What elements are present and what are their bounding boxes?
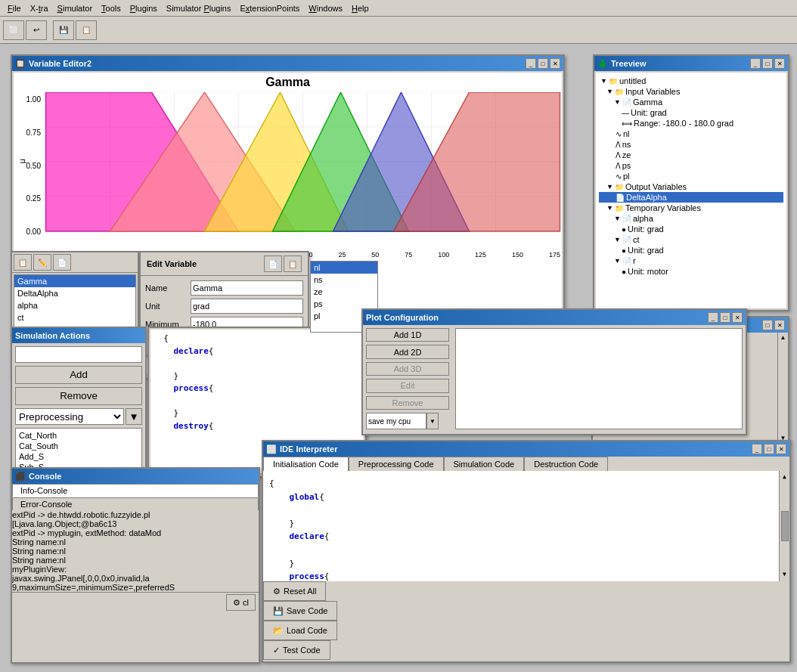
remove-plot-button[interactable]: Remove [366, 396, 449, 410]
save-cpu-dropdown[interactable]: ▼ [426, 413, 439, 429]
sim-list-cat-south[interactable]: Cat_South [17, 441, 140, 451]
ide-maximize[interactable]: □ [764, 444, 774, 454]
variable-editor-maximize[interactable]: □ [538, 58, 548, 69]
plot-config-maximize[interactable]: □ [720, 312, 730, 323]
menu-file[interactable]: File [3, 2, 26, 14]
expand-output-vars: ▼ [606, 183, 613, 190]
sim-add-button[interactable]: Add [15, 366, 142, 384]
ide-close[interactable]: ✕ [776, 444, 786, 454]
tab-destruction-code[interactable]: Destruction Code [524, 457, 608, 471]
toolbar-btn-2[interactable]: ↩ [26, 20, 47, 40]
ide-minimize[interactable]: _ [752, 444, 762, 454]
sim-remove-button[interactable]: Remove [15, 387, 142, 405]
tree-deltaalpha[interactable]: 📄 DeltaAlpha [599, 192, 783, 203]
ide-code-area[interactable]: { global{ } declare{ } process{ @alpha= … [263, 471, 789, 581]
ide-save-code-btn[interactable]: 💾 Save Code [263, 601, 337, 621]
tree-pl[interactable]: ∿ pl [599, 171, 783, 181]
var-list-item-alpha[interactable]: alpha [14, 299, 135, 311]
tree-alpha[interactable]: ▼ 📄 alpha [599, 213, 783, 224]
tree-nl[interactable]: ∿ nl [599, 129, 783, 139]
tree-gamma[interactable]: ▼ 📄 Gamma [599, 97, 783, 107]
toolbar-btn-1[interactable]: ⬜ [3, 20, 24, 40]
add-1d-button[interactable]: Add 1D [366, 328, 449, 342]
edit-plot-button[interactable]: Edit [366, 379, 449, 392]
unit-input[interactable] [191, 299, 303, 314]
tab-preprocessing-code[interactable]: Preprocessing Code [349, 457, 444, 471]
tree-ps[interactable]: Λ ps [599, 160, 783, 171]
sim-list-add-s1[interactable]: Add_S [17, 451, 140, 462]
tree-input-variables[interactable]: ▼ 📁 Input Variables [599, 86, 783, 97]
ide-code-line-blank2 [269, 543, 783, 557]
sim-dropdown-btn[interactable]: ▼ [126, 408, 142, 425]
save-cpu-input[interactable] [366, 413, 426, 429]
tab-error-console[interactable]: Error-Console [12, 497, 259, 510]
right-panel-maximize[interactable]: □ [762, 320, 773, 330]
menu-xtra[interactable]: X-tra [26, 2, 53, 14]
toolbar-btn-3[interactable]: 💾 [53, 20, 74, 40]
treeview-close[interactable]: ✕ [774, 58, 785, 69]
tab-info-console[interactable]: Info-Console [12, 484, 259, 497]
menu-plugins[interactable]: Plugins [126, 2, 162, 14]
tree-ze[interactable]: Λ ze [599, 150, 783, 160]
tree-gamma-unit[interactable]: — Unit: grad [599, 107, 783, 118]
menu-simulator[interactable]: Simulator [53, 2, 97, 14]
tree-output-variables[interactable]: ▼ 📁 Output Variables [599, 181, 783, 192]
menu-help[interactable]: Help [347, 2, 374, 14]
var-list-btn1[interactable]: 📋 [14, 254, 32, 271]
sim-list-cat-north[interactable]: Cat_North [17, 430, 140, 441]
tree-r-unit[interactable]: ● Unit: motor [599, 266, 783, 277]
var-list-item-deltaalpha[interactable]: DeltaAlpha [14, 287, 135, 299]
variable-editor-close[interactable]: ✕ [550, 58, 560, 69]
tree-r[interactable]: ▼ 📄 r [599, 255, 783, 266]
menu-tools[interactable]: Tools [97, 2, 126, 14]
membership-ns[interactable]: ns [311, 274, 377, 286]
console-clear-btn[interactable]: ⚙ cl [226, 594, 256, 611]
add-2d-button[interactable]: Add 2D [366, 345, 449, 358]
treeview-minimize[interactable]: _ [750, 58, 761, 69]
right-panel-close[interactable]: ✕ [774, 320, 785, 330]
ide-reset-all-btn[interactable]: ⚙ Reset All [263, 581, 326, 601]
ide-code-line-close-global: } [269, 517, 783, 531]
toolbar-btn-4[interactable]: 📋 [76, 20, 97, 40]
toolbar: ⬜ ↩ 💾 📋 [0, 17, 797, 44]
var-list-item-ct[interactable]: ct [14, 311, 135, 324]
menu-extension-points[interactable]: ExtensionPoints [235, 2, 304, 14]
tree-untitled[interactable]: ▼ 📁 untitled [599, 76, 783, 86]
sim-search-input[interactable] [15, 346, 142, 363]
tree-alpha-unit[interactable]: ● Unit: grad [599, 224, 783, 234]
tab-initialisation-code[interactable]: Initialisation Code [263, 457, 349, 471]
ide-code-line-declare: declare{ [269, 530, 783, 543]
variable-editor-minimize[interactable]: _ [526, 58, 536, 69]
tree-ns[interactable]: Λ ns [599, 139, 783, 150]
tree-gamma-range[interactable]: ⟺ Range: -180.0 - 180.0 grad [599, 118, 783, 129]
console-icon: ⬛ [15, 472, 26, 482]
tree-ct-unit[interactable]: ● Unit: grad [599, 245, 783, 255]
membership-ze[interactable]: ze [311, 286, 377, 298]
tree-ct[interactable]: ▼ 📄 ct [599, 234, 783, 245]
plot-config-minimize[interactable]: _ [708, 312, 718, 323]
var-list-btn3[interactable]: 📄 [53, 254, 71, 271]
add-3d-button[interactable]: Add 3D [366, 362, 449, 376]
edit-var-btn2[interactable]: 📋 [284, 255, 302, 272]
var-list-item-gamma[interactable]: Gamma [14, 275, 135, 287]
variable-editor-title: Variable Editor2 [29, 59, 91, 68]
var-list-btn2[interactable]: ✏️ [33, 254, 51, 271]
tab-simulation-code[interactable]: Simulation Code [444, 457, 525, 471]
ide-code-line-global: global{ [269, 491, 783, 504]
plot-config-close[interactable]: ✕ [732, 312, 743, 323]
membership-nl[interactable]: nl [311, 262, 377, 274]
ide-scrollbar[interactable]: ▲ ▼ [779, 471, 789, 581]
ide-load-code-btn[interactable]: 📂 Load Code [263, 621, 337, 640]
treeview-maximize[interactable]: □ [762, 58, 773, 69]
y-label-25: 0.25 [26, 194, 41, 203]
ide-test-code-btn[interactable]: ✓ Test Code [263, 640, 330, 660]
menu-windows[interactable]: Windows [304, 2, 347, 14]
expand-r: ▼ [614, 257, 621, 265]
sim-dropdown[interactable]: Preprocessing Initialisation Simulation … [15, 408, 124, 425]
tree-temp-variables[interactable]: ▼ 📁 Temporary Variables [599, 203, 783, 213]
edit-var-btn1[interactable]: 📄 [264, 255, 282, 272]
name-input[interactable] [191, 280, 303, 296]
menu-simulator-plugins[interactable]: Simulator Plugins [162, 2, 236, 14]
console-line-2: [Ljava.lang.Object;@ba6c13 [12, 519, 259, 528]
right-scrollbar[interactable]: ▲ ▼ [777, 333, 788, 443]
